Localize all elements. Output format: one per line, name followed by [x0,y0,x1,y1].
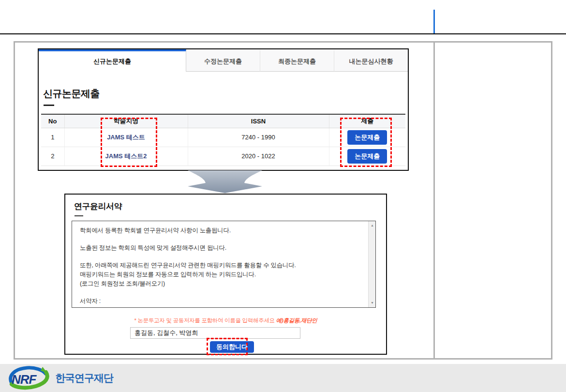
nrf-logo-mark: NRF [7,366,51,390]
notice-text: * 논문투고자 및 공동저자를 포함하여 이름을 입력해주세요 [134,317,276,323]
submit-paper-button[interactable]: 논문제출 [347,130,387,145]
title-underline [44,105,54,106]
flow-down-arrow [187,170,263,193]
header-rule [0,33,566,34]
agree-button[interactable]: 동의합니다 [210,341,254,353]
table-header-row: No 학술지명 ISSN 제출 [41,114,405,128]
tab-revised-submission[interactable]: 수정논문제출 [186,49,260,72]
tab-my-review-status[interactable]: 내논문심사현황 [334,49,408,72]
page-title: 신규논문제출 [43,87,408,100]
col-header-journal: 학술지명 [64,114,188,128]
scrollbar-up-icon[interactable]: ▲ [369,223,376,228]
submission-tab-bar: 신규논문제출 수정논문제출 최종논문제출 내논문심사현황 [39,49,408,72]
journal-table: No 학술지명 ISSN 제출 1 JAMS 테스트 7240 - 1990 논… [41,114,405,166]
org-name: 한국연구재단 [55,371,113,385]
pledge-line: 서약일 : [80,306,363,308]
row-no: 1 [41,128,64,147]
pledge-line: 학회에서 등록한 학회별 연구윤리서약 사항이 노출됩니다. [80,226,363,235]
tab-final-submission[interactable]: 최종논문제출 [260,49,334,72]
pledge-text: 학회에서 등록한 학회별 연구윤리서약 사항이 노출됩니다. 노출된 정보는 학… [72,221,375,308]
pledge-text-area[interactable]: 학회에서 등록한 학회별 연구윤리서약 사항이 노출됩니다. 노출된 정보는 학… [72,221,376,308]
pledge-line: 서약자 : [80,297,363,306]
row-no: 2 [41,147,64,166]
notice-example-text: 예)홍길동,재단인 [276,317,317,323]
authors-input-notice: * 논문투고자 및 공동저자를 포함하여 이름을 입력해주세요 예)홍길동,재단… [65,317,386,324]
header-blue-divider [433,10,435,33]
pledge-line: 매핑키워드는 회원의 정보를 자동으로 입력하게 하는 키워드입니다. [80,270,363,279]
table-row: 2 JAMS 테스트2 2020 - 1022 논문제출 [41,147,405,166]
col-header-no: No [41,114,64,128]
pledge-scrollbar[interactable]: ▲ ▼ [368,221,375,307]
nrf-logo-text: NRF [12,372,36,387]
authors-input[interactable] [130,327,300,339]
ethics-title-underline [74,215,83,216]
ethics-pledge-panel: 연구윤리서약 학회에서 등록한 학회별 연구윤리서약 사항이 노출됩니다. 노출… [64,194,387,355]
col-header-issn: ISSN [188,114,329,128]
table-row: 1 JAMS 테스트 7240 - 1990 논문제출 [41,128,405,147]
journal-link[interactable]: JAMS 테스트2 [105,152,147,160]
tab-new-submission[interactable]: 신규논문제출 [39,49,186,72]
pledge-line: 또한, 아래쪽에 제공해드린 연구윤리서약 관련한 매핑키워드를 활용할 수 있… [80,261,363,270]
nrf-logo: NRF 한국연구재단 [7,366,113,390]
col-header-submit: 제출 [329,114,405,128]
submission-list-panel: 신규논문제출 수정논문제출 최종논문제출 내논문심사현황 신규논문제출 No 학… [38,48,409,171]
row-issn: 2020 - 1022 [188,147,329,166]
content-vertical-divider [433,43,435,358]
submit-paper-button[interactable]: 논문제출 [347,149,387,164]
footer-bar: NRF 한국연구재단 [0,364,566,392]
journal-link[interactable]: JAMS 테스트 [107,134,145,141]
pledge-line: (로그인 회원정보 조회/불러오기) [80,279,363,288]
row-issn: 7240 - 1990 [188,128,329,147]
slide-canvas: { "tabs": ["신규논문제출", "수정논문제출", "최종논문제출",… [0,0,566,392]
ethics-title: 연구윤리서약 [74,201,386,212]
scrollbar-down-icon[interactable]: ▼ [369,301,376,305]
pledge-line: 노출된 정보는 학회의 특성에 맞게 설정해주시면 됩니다. [80,243,363,253]
